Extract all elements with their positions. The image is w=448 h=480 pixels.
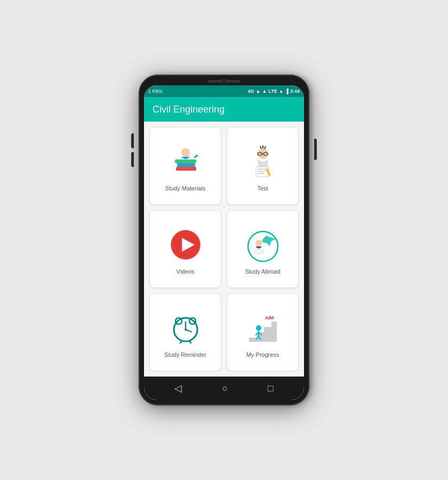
svg-line-29 [180,341,182,343]
my-progress-icon-area: AIM [242,308,284,348]
my-progress-item[interactable]: AIM My Progress [227,293,299,371]
main-grid: Study Materials [144,122,304,377]
svg-line-11 [265,146,266,149]
svg-point-20 [248,231,278,261]
data-speed: 1 KB/s [148,89,163,94]
my-progress-label: My Progress [246,351,279,358]
recent-apps-button[interactable]: □ [263,379,278,398]
svg-point-21 [255,240,262,246]
app-title: Civil Engineering [153,104,225,115]
phone-top-strip [144,80,304,83]
svg-rect-2 [175,159,196,163]
lte-text: LTE [268,89,277,94]
svg-point-37 [256,325,261,331]
signal-icon: ▲ [255,89,260,94]
my-progress-icon: AIM [243,309,283,347]
videos-label: Videos [177,268,194,275]
svg-rect-0 [176,167,196,171]
videos-icon-area [164,225,207,265]
front-camera [222,79,226,83]
svg-point-4 [196,155,198,157]
study-reminder-icon [167,309,204,347]
volume-up-button[interactable] [131,133,134,148]
volume-down-button[interactable] [131,152,134,167]
svg-rect-34 [264,327,271,342]
app-bar: Civil Engineering [144,97,304,122]
home-button[interactable]: ○ [218,379,232,398]
svg-rect-1 [177,163,195,167]
phone-screen: 1 KB/s 4G ▲ ▲ LTE ▲ ▐ 3:44 Civil Enginee… [144,85,304,400]
phone-outer: 1 KB/s 4G ▲ ▲ LTE ▲ ▐ 3:44 Civil Enginee… [139,75,309,405]
svg-rect-35 [271,322,277,342]
test-icon-area [242,142,284,182]
svg-point-31 [185,329,187,331]
svg-rect-32 [249,338,257,342]
study-abroad-label: Study Abroad [245,268,280,275]
battery-icon: ▐ [285,89,289,94]
status-left: 1 KB/s [148,89,163,94]
study-materials-item[interactable]: Study Materials [149,127,221,205]
status-right: 4G ▲ ▲ LTE ▲ ▐ 3:44 [247,89,300,94]
clock: 3:44 [290,89,300,94]
signal-bars-icon: ▲ [279,89,284,94]
wifi-icon: ▲ [262,89,267,94]
study-abroad-item[interactable]: Study Abroad [227,210,299,288]
study-reminder-label: Study Reminder [164,351,206,358]
test-item[interactable]: Test [227,127,299,205]
study-materials-icon-area [164,142,207,182]
network-type: 4G [247,89,254,94]
videos-item[interactable]: Videos [149,210,221,288]
svg-rect-22 [254,250,263,254]
study-reminder-item[interactable]: Study Reminder [149,293,221,371]
svg-line-30 [189,341,191,343]
study-materials-label: Study Materials [165,185,206,191]
study-abroad-icon-area [242,225,284,265]
test-label: Test [257,185,268,191]
videos-icon [167,226,204,263]
svg-text:AIM: AIM [265,315,274,321]
power-button[interactable] [314,139,317,160]
svg-point-3 [181,148,190,157]
test-icon [243,143,283,180]
nav-bar: ◁ ○ □ [144,377,304,400]
study-reminder-icon-area [164,308,207,348]
status-bar: 1 KB/s 4G ▲ ▲ LTE ▲ ▐ 3:44 [144,85,304,97]
study-abroad-icon [243,226,283,263]
study-materials-icon [165,143,205,180]
svg-line-9 [260,146,261,149]
back-button[interactable]: ◁ [170,378,186,398]
